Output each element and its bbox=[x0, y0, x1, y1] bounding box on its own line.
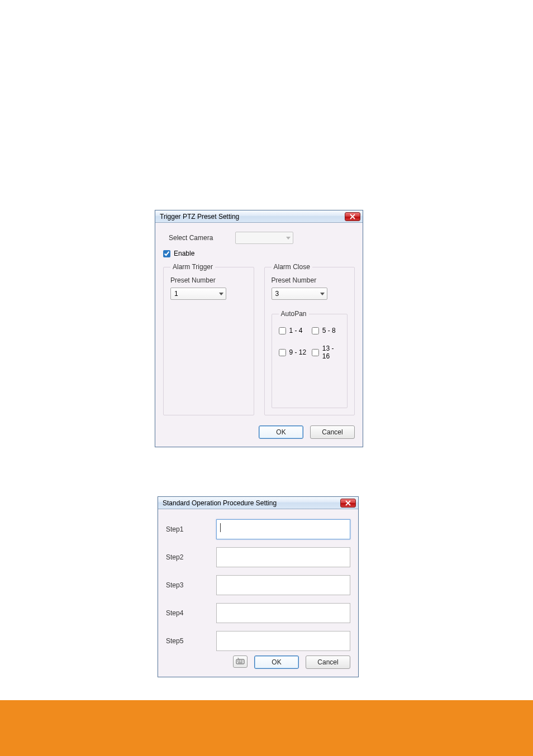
autopan-label: 1 - 4 bbox=[289, 327, 303, 334]
autopan-checkbox-5-8[interactable] bbox=[312, 327, 319, 334]
chevron-down-icon bbox=[286, 237, 291, 240]
ok-button-label: OK bbox=[272, 658, 281, 666]
cancel-button-label: Cancel bbox=[322, 428, 342, 436]
alarm-close-group: Alarm Close Preset Number 3 AutoPan 1 - … bbox=[264, 263, 355, 415]
cancel-button[interactable]: Cancel bbox=[306, 655, 350, 669]
cancel-button[interactable]: Cancel bbox=[310, 425, 355, 439]
alarm-trigger-preset-label: Preset Number bbox=[170, 276, 247, 284]
close-icon[interactable] bbox=[345, 212, 360, 221]
ok-button-label: OK bbox=[276, 428, 285, 436]
dialog-title: Standard Operation Procedure Setting bbox=[163, 499, 277, 507]
step-label: Step1 bbox=[166, 525, 205, 533]
dialog-title: Trigger PTZ Preset Setting bbox=[160, 213, 239, 221]
alarm-trigger-preset-dropdown[interactable]: 1 bbox=[170, 288, 226, 300]
step5-input[interactable] bbox=[216, 631, 350, 651]
onscreen-keyboard-button[interactable] bbox=[233, 655, 248, 668]
step-label: Step4 bbox=[166, 609, 205, 617]
autopan-label: 5 - 8 bbox=[322, 327, 336, 334]
alarm-trigger-group: Alarm Trigger Preset Number 1 bbox=[163, 263, 254, 415]
autopan-checkbox-1-4[interactable] bbox=[279, 327, 286, 334]
sop-dialog: Standard Operation Procedure Setting Ste… bbox=[158, 496, 359, 677]
autopan-option[interactable]: 9 - 12 bbox=[279, 344, 307, 360]
autopan-label: 13 - 16 bbox=[322, 344, 340, 360]
alarm-close-legend: Alarm Close bbox=[272, 263, 312, 271]
step-label: Step5 bbox=[166, 637, 205, 645]
step-label: Step3 bbox=[166, 581, 205, 589]
autopan-option[interactable]: 13 - 16 bbox=[312, 344, 340, 360]
step3-input[interactable] bbox=[216, 575, 350, 595]
ptz-preset-dialog: Trigger PTZ Preset Setting Select Camera… bbox=[155, 210, 363, 447]
chevron-down-icon bbox=[219, 293, 223, 295]
step-label: Step2 bbox=[166, 553, 205, 561]
alarm-trigger-legend: Alarm Trigger bbox=[170, 263, 215, 271]
dialog-titlebar[interactable]: Trigger PTZ Preset Setting bbox=[155, 210, 363, 223]
orange-footer bbox=[0, 700, 533, 756]
ok-button[interactable]: OK bbox=[259, 425, 303, 439]
autopan-checkbox-9-12[interactable] bbox=[279, 349, 286, 356]
autopan-label: 9 - 12 bbox=[289, 348, 307, 356]
ok-button[interactable]: OK bbox=[254, 655, 299, 669]
cancel-button-label: Cancel bbox=[317, 658, 338, 666]
autopan-checkbox-13-16[interactable] bbox=[312, 349, 319, 356]
step4-input[interactable] bbox=[216, 603, 350, 623]
enable-checkbox-wrap[interactable]: Enable bbox=[163, 250, 355, 257]
step2-input[interactable] bbox=[216, 547, 350, 567]
keyboard-icon bbox=[236, 658, 245, 666]
close-icon[interactable] bbox=[340, 499, 356, 508]
select-camera-dropdown[interactable] bbox=[235, 232, 293, 244]
autopan-option[interactable]: 5 - 8 bbox=[312, 327, 340, 334]
enable-label: Enable bbox=[174, 250, 194, 257]
enable-checkbox[interactable] bbox=[163, 250, 170, 257]
chevron-down-icon bbox=[320, 293, 325, 295]
autopan-group: AutoPan 1 - 4 5 - 8 bbox=[272, 310, 348, 408]
alarm-close-preset-label: Preset Number bbox=[272, 276, 348, 284]
alarm-close-preset-value: 3 bbox=[275, 290, 279, 298]
step1-input[interactable] bbox=[216, 519, 350, 539]
alarm-trigger-preset-value: 1 bbox=[174, 290, 178, 298]
select-camera-label: Select Camera bbox=[169, 234, 213, 242]
alarm-close-preset-dropdown[interactable]: 3 bbox=[272, 288, 327, 300]
autopan-legend: AutoPan bbox=[279, 310, 309, 318]
text-caret bbox=[220, 523, 221, 532]
dialog-titlebar[interactable]: Standard Operation Procedure Setting bbox=[158, 497, 358, 509]
autopan-option[interactable]: 1 - 4 bbox=[279, 327, 307, 334]
